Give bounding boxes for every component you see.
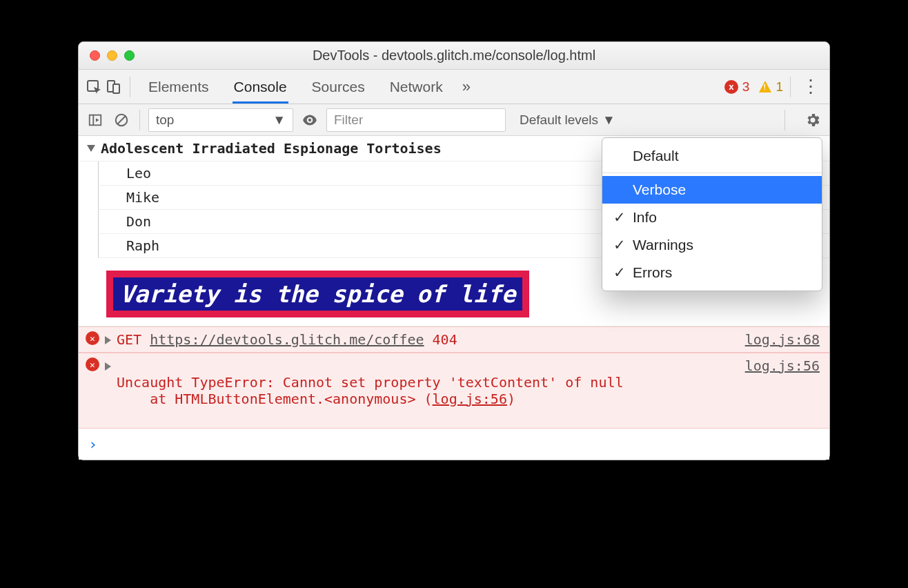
- disclosure-triangle-icon: [87, 145, 95, 152]
- error-row[interactable]: ✕ Uncaught TypeError: Cannot set propert…: [79, 353, 829, 429]
- chevron-down-icon: ▼: [602, 112, 615, 128]
- more-options-icon[interactable]: ⋮: [798, 76, 822, 97]
- http-method: GET: [117, 331, 141, 348]
- level-option-warnings[interactable]: Warnings: [602, 231, 822, 259]
- context-value: top: [156, 112, 174, 128]
- log-levels-selector[interactable]: Default levels ▼: [520, 112, 615, 128]
- window-title: DevTools - devtools.glitch.me/console/lo…: [313, 48, 595, 63]
- svg-rect-2: [113, 84, 119, 93]
- menu-divider: [602, 173, 822, 173]
- console-prompt[interactable]: ›: [79, 429, 829, 460]
- level-option-errors[interactable]: Errors: [602, 259, 822, 286]
- tabs: Elements Console Sources Network: [147, 70, 444, 104]
- live-expressions-icon[interactable]: [300, 110, 319, 130]
- error-url[interactable]: https://devtools.glitch.me/coffee: [150, 331, 424, 348]
- tab-network[interactable]: Network: [388, 70, 444, 104]
- error-badge-icon: x: [724, 80, 738, 94]
- tab-elements[interactable]: Elements: [147, 70, 210, 104]
- console-toolbar: top ▼ Filter Default levels ▼: [79, 104, 829, 136]
- traffic-lights: [90, 50, 135, 61]
- source-link[interactable]: log.js:68: [745, 331, 820, 348]
- group-title: Adolescent Irradiated Espionage Tortoise…: [101, 140, 442, 157]
- stack-link[interactable]: log.js:56: [433, 391, 507, 407]
- error-message: GET https://devtools.glitch.me/coffee 40…: [117, 331, 457, 348]
- error-message: Uncaught TypeError: Cannot set property …: [117, 357, 624, 424]
- main-tabs-bar: Elements Console Sources Network » x 3 1…: [79, 70, 829, 104]
- source-link[interactable]: log.js:56: [745, 357, 820, 374]
- error-text: Uncaught TypeError: Cannot set property …: [117, 374, 624, 391]
- separator: [784, 110, 785, 130]
- console-settings-icon[interactable]: [803, 110, 822, 130]
- minimize-window-button[interactable]: [107, 50, 117, 61]
- devtools-window: DevTools - devtools.glitch.me/console/lo…: [78, 41, 830, 460]
- issue-counts[interactable]: x 3 1: [724, 79, 783, 95]
- prompt-chevron-icon: ›: [88, 435, 97, 453]
- error-icon: ✕: [86, 331, 99, 345]
- stack-prefix: at HTMLButtonElement.<anonymous> (: [117, 391, 433, 407]
- close-window-button[interactable]: [90, 50, 100, 61]
- titlebar: DevTools - devtools.glitch.me/console/lo…: [79, 42, 829, 70]
- clear-console-icon[interactable]: [112, 110, 131, 130]
- separator: [130, 77, 130, 97]
- tab-sources[interactable]: Sources: [310, 70, 366, 104]
- filter-placeholder: Filter: [334, 112, 363, 128]
- inspect-element-icon[interactable]: [84, 77, 103, 97]
- levels-label: Default levels: [520, 112, 598, 128]
- svg-marker-5: [96, 118, 99, 122]
- tabs-overflow-button[interactable]: »: [462, 78, 471, 96]
- expand-icon[interactable]: [105, 362, 111, 371]
- warning-count: 1: [776, 79, 783, 95]
- level-option-info[interactable]: Info: [602, 204, 822, 231]
- level-option-default[interactable]: Default: [602, 142, 822, 170]
- chevron-down-icon: ▼: [273, 112, 286, 128]
- svg-line-7: [118, 116, 126, 124]
- expand-icon[interactable]: [105, 336, 111, 344]
- device-toolbar-icon[interactable]: [103, 77, 123, 97]
- error-count: 3: [742, 79, 750, 95]
- show-console-sidebar-icon[interactable]: [86, 110, 105, 130]
- svg-point-8: [308, 118, 311, 121]
- stack-suffix: ): [507, 391, 515, 407]
- tab-console[interactable]: Console: [233, 70, 288, 104]
- level-option-verbose[interactable]: Verbose: [602, 176, 822, 204]
- warning-badge-icon: [759, 81, 771, 92]
- context-selector[interactable]: top ▼: [148, 108, 293, 132]
- filter-input[interactable]: Filter: [326, 108, 506, 132]
- http-status: 404: [433, 331, 457, 348]
- separator: [790, 77, 791, 97]
- zoom-window-button[interactable]: [124, 50, 135, 61]
- styled-message: Variety is the spice of life: [113, 277, 522, 311]
- separator: [139, 110, 140, 130]
- svg-rect-3: [90, 115, 101, 125]
- error-icon: ✕: [86, 357, 99, 371]
- styled-log-box: Variety is the spice of life: [106, 271, 529, 317]
- error-row[interactable]: ✕ GET https://devtools.glitch.me/coffee …: [79, 326, 829, 353]
- levels-dropdown: Default Verbose Info Warnings Errors: [602, 137, 822, 291]
